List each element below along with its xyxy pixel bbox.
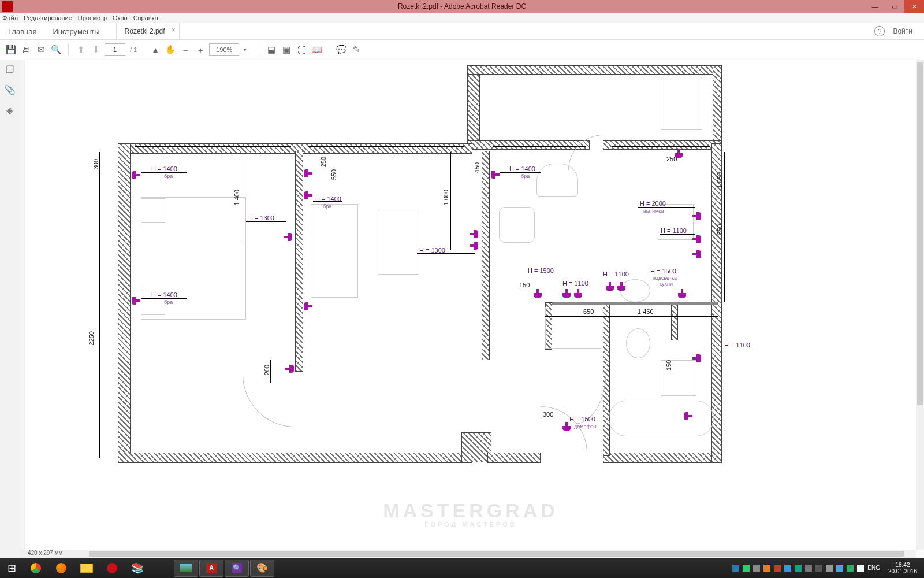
tray-clock[interactable]: 18:42 20.01.2016 bbox=[884, 562, 922, 575]
dim-150b: 150 bbox=[665, 360, 672, 370]
tab-close-icon[interactable]: × bbox=[172, 26, 176, 34]
note-h1400-3: H = 1400 bbox=[315, 195, 341, 202]
note-bra-3: бра bbox=[323, 203, 331, 209]
note-bra-4: бра bbox=[521, 173, 530, 179]
page-down-icon[interactable]: ⬇ bbox=[90, 43, 102, 56]
taskbar-chrome-icon[interactable] bbox=[24, 560, 48, 577]
dim-450: 450 bbox=[474, 162, 480, 173]
window-title: Rozetki 2.pdf - Adobe Acrobat Reader DC bbox=[0, 2, 924, 10]
tray-icon[interactable] bbox=[743, 565, 750, 572]
tray-icon[interactable] bbox=[774, 565, 781, 572]
tab-document[interactable]: Rozetki 2.pdf × bbox=[116, 23, 180, 39]
attachments-icon[interactable]: 📎 bbox=[4, 84, 16, 95]
window-maximize-button[interactable]: ▭ bbox=[885, 0, 904, 13]
page-up-icon[interactable]: ⬆ bbox=[74, 43, 87, 56]
dim-1000: 1 000 bbox=[442, 190, 449, 206]
tray-volume-icon[interactable] bbox=[857, 565, 864, 572]
thumbnails-icon[interactable]: ❐ bbox=[6, 64, 14, 75]
note-h1400-1: H = 1400 bbox=[151, 165, 177, 172]
tray-icon[interactable] bbox=[815, 565, 822, 572]
watermark: MASTERGRAD ГОРОД МАСТЕРОВ bbox=[25, 499, 916, 528]
window-minimize-button[interactable]: — bbox=[865, 0, 885, 13]
note-h1100-3: H = 1100 bbox=[603, 271, 629, 277]
comment-icon[interactable]: 💬 bbox=[335, 43, 348, 56]
taskbar-explorer-icon[interactable] bbox=[74, 560, 99, 577]
taskbar-firefox-icon[interactable] bbox=[49, 560, 73, 577]
note-bra-1: бра bbox=[164, 173, 173, 179]
tray-icon[interactable] bbox=[784, 565, 791, 572]
mail-icon[interactable]: ✉ bbox=[35, 43, 47, 56]
page-size-status: 420 x 297 мм bbox=[28, 550, 62, 556]
tray-icon[interactable] bbox=[753, 565, 760, 572]
menu-help[interactable]: Справка bbox=[133, 14, 158, 21]
tray-icon[interactable] bbox=[836, 565, 843, 572]
taskbar-search-icon[interactable]: 🔍 bbox=[225, 560, 249, 577]
dim-300: 300 bbox=[92, 159, 99, 169]
tab-home[interactable]: Главная bbox=[0, 23, 44, 39]
horizontal-scrollbar[interactable]: 420 x 297 мм bbox=[20, 550, 916, 558]
note-h1400-4: H = 1400 bbox=[509, 165, 535, 172]
tray-icon[interactable] bbox=[732, 565, 739, 572]
menu-edit[interactable]: Редактирование bbox=[24, 14, 72, 21]
dim-1400: 1 400 bbox=[233, 190, 240, 206]
dim-150: 150 bbox=[519, 281, 530, 288]
document-viewport[interactable]: 300 2250 H = 1400 бра H = 1400 бра 1 400… bbox=[20, 60, 916, 550]
taskbar-opera-icon[interactable] bbox=[100, 560, 124, 577]
login-link[interactable]: Войти bbox=[893, 27, 912, 35]
note-h1500-1: H = 1500 bbox=[528, 267, 554, 274]
tray-icon[interactable] bbox=[795, 565, 802, 572]
tray-icon[interactable] bbox=[763, 565, 770, 572]
start-button[interactable]: ⊞ bbox=[0, 558, 23, 578]
zoom-out-icon[interactable]: − bbox=[179, 43, 192, 56]
save-icon[interactable]: 💾 bbox=[5, 43, 17, 56]
window-titlebar: Rozetki 2.pdf - Adobe Acrobat Reader DC … bbox=[0, 0, 924, 13]
menu-window[interactable]: Окно bbox=[113, 14, 128, 21]
tab-tools[interactable]: Инструменты bbox=[44, 23, 107, 39]
note-pods: подсветка bbox=[653, 275, 677, 281]
window-close-button[interactable]: ✕ bbox=[904, 0, 924, 13]
system-tray[interactable]: ENG 18:42 20.01.2016 bbox=[730, 562, 924, 575]
search-icon[interactable]: 🔍 bbox=[50, 43, 62, 56]
fit-page-icon[interactable]: ▣ bbox=[280, 43, 293, 56]
dim-1450: 1 450 bbox=[638, 308, 654, 315]
read-mode-icon[interactable]: 📖 bbox=[310, 43, 323, 56]
zoom-select[interactable]: 190% bbox=[209, 43, 239, 56]
dim-550b: 550 bbox=[716, 224, 723, 235]
fit-width-icon[interactable]: ⬓ bbox=[265, 43, 278, 56]
menu-view[interactable]: Просмотр bbox=[78, 14, 107, 21]
vertical-scrollbar[interactable] bbox=[916, 60, 924, 550]
floor-plan: 300 2250 H = 1400 бра H = 1400 бра 1 400… bbox=[25, 60, 916, 550]
taskbar-acrobat-icon[interactable]: A bbox=[199, 560, 223, 577]
tray-icon[interactable] bbox=[805, 565, 812, 572]
pdf-page: 300 2250 H = 1400 бра H = 1400 бра 1 400… bbox=[25, 60, 916, 550]
taskbar-paint-icon[interactable]: 🎨 bbox=[250, 560, 274, 577]
select-tool-icon[interactable]: ▲ bbox=[149, 43, 162, 56]
highlight-icon[interactable]: ✎ bbox=[350, 43, 363, 56]
print-icon[interactable]: 🖶 bbox=[20, 43, 32, 56]
fullscreen-icon[interactable]: ⛶ bbox=[295, 43, 308, 56]
note-bra-2: бра bbox=[164, 299, 173, 305]
tray-language[interactable]: ENG bbox=[867, 565, 880, 571]
note-h1100-2: H = 1100 bbox=[562, 280, 588, 287]
note-h1300-2: H = 1300 bbox=[419, 247, 445, 254]
taskbar-photos-icon[interactable] bbox=[174, 560, 198, 577]
taskbar-books-icon[interactable]: 📚 bbox=[125, 560, 150, 577]
tray-icon[interactable] bbox=[826, 565, 833, 572]
layers-icon[interactable]: ◈ bbox=[6, 105, 13, 116]
note-h1100-4: H = 1100 bbox=[724, 342, 750, 349]
dim-200: 200 bbox=[263, 365, 270, 375]
menu-file[interactable]: Файл bbox=[2, 14, 18, 21]
note-h1500-3: H = 1500 bbox=[569, 416, 595, 423]
hand-tool-icon[interactable]: ✋ bbox=[164, 43, 177, 56]
page-number-input[interactable] bbox=[105, 43, 125, 56]
menubar: Файл Редактирование Просмотр Окно Справк… bbox=[0, 13, 924, 23]
note-kuh: кухни bbox=[660, 281, 673, 287]
help-icon[interactable]: ? bbox=[874, 26, 885, 36]
dim-2250: 2250 bbox=[88, 331, 95, 345]
note-h2000: H = 2000 bbox=[640, 200, 666, 207]
note-domofon: домофон bbox=[574, 424, 597, 429]
note-h1100-1: H = 1100 bbox=[661, 227, 687, 234]
tray-time: 18:42 bbox=[888, 562, 917, 568]
zoom-in-icon[interactable]: + bbox=[194, 43, 207, 56]
tray-icon[interactable] bbox=[847, 565, 854, 572]
